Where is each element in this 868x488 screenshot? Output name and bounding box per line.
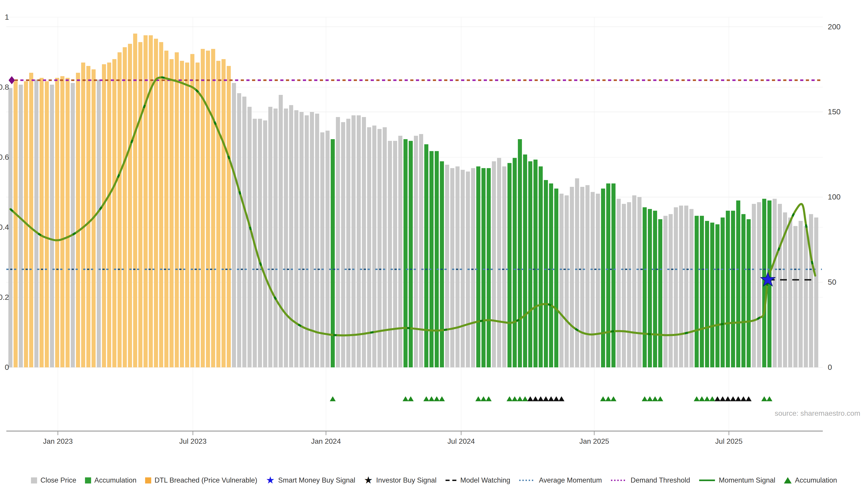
close-price-bar[interactable] — [679, 205, 683, 367]
accumulation-bar[interactable] — [544, 180, 548, 367]
close-price-bar[interactable] — [242, 97, 246, 367]
accumulation-bar[interactable] — [435, 151, 439, 367]
close-price-bar[interactable] — [336, 117, 340, 367]
accumulation-bar[interactable] — [715, 224, 719, 367]
close-price-bar[interactable] — [367, 127, 371, 367]
accumulation-bar[interactable] — [606, 184, 610, 367]
legend-item-momentum-signal[interactable]: Momentum Signal — [699, 476, 775, 484]
accumulation-triangle-marker[interactable] — [408, 396, 414, 401]
close-price-bar[interactable] — [461, 170, 465, 367]
accumulation-triangle-marker[interactable] — [657, 396, 663, 401]
close-price-bar[interactable] — [492, 161, 496, 367]
accumulation-triangle-marker[interactable] — [434, 396, 440, 401]
accumulation-bar[interactable] — [648, 209, 652, 367]
accumulation-bar[interactable] — [601, 189, 605, 367]
close-price-bar[interactable] — [294, 110, 298, 367]
dtl-breached-bar[interactable] — [180, 61, 184, 367]
close-price-bar[interactable] — [580, 187, 584, 367]
accumulation-triangle-marker[interactable] — [330, 396, 336, 401]
accumulation-triangle-marker[interactable] — [522, 396, 528, 401]
close-price-bar[interactable] — [570, 187, 574, 367]
close-price-bar[interactable] — [809, 214, 813, 367]
close-price-bar[interactable] — [450, 168, 454, 367]
dtl-breached-bar[interactable] — [144, 35, 148, 367]
accumulation-bar[interactable] — [549, 184, 553, 367]
accumulation-bar[interactable] — [331, 139, 335, 367]
close-price-bar[interactable] — [341, 122, 345, 367]
close-price-bar[interactable] — [310, 112, 314, 367]
close-price-bar[interactable] — [596, 194, 600, 367]
dtl-breached-bar[interactable] — [81, 63, 85, 367]
accumulation-triangle-marker[interactable] — [605, 396, 611, 401]
investor-buy-triangle-marker[interactable] — [715, 396, 720, 401]
close-price-bar[interactable] — [351, 115, 355, 367]
accumulation-triangle-marker[interactable] — [512, 396, 518, 401]
close-price-bar[interactable] — [638, 197, 642, 367]
close-price-bar[interactable] — [279, 95, 283, 367]
accumulation-triangle-marker[interactable] — [709, 396, 715, 401]
dtl-breached-bar[interactable] — [107, 63, 111, 367]
close-price-bar[interactable] — [663, 216, 668, 367]
accumulation-bar[interactable] — [747, 219, 751, 367]
accumulation-bar[interactable] — [440, 161, 444, 367]
dtl-breached-bar[interactable] — [138, 42, 143, 367]
dtl-breached-bar[interactable] — [13, 81, 18, 367]
accumulation-triangle-marker[interactable] — [429, 396, 434, 401]
accumulation-triangle-marker[interactable] — [439, 396, 445, 401]
dtl-breached-bar[interactable] — [128, 44, 132, 367]
accumulation-bar[interactable] — [507, 163, 512, 367]
close-price-bar[interactable] — [258, 119, 262, 367]
investor-buy-triangle-marker[interactable] — [725, 396, 731, 401]
dtl-breached-bar[interactable] — [185, 63, 189, 367]
accumulation-bar[interactable] — [710, 223, 714, 367]
close-price-bar[interactable] — [788, 218, 792, 367]
accumulation-bar[interactable] — [513, 158, 517, 367]
close-price-bar[interactable] — [289, 105, 293, 367]
dtl-breached-bar[interactable] — [86, 66, 90, 367]
legend-item-close-price[interactable]: Close Price — [31, 476, 76, 484]
dtl-breached-bar[interactable] — [227, 66, 231, 367]
accumulation-bar[interactable] — [741, 214, 745, 367]
close-price-bar[interactable] — [268, 107, 272, 367]
accumulation-bar[interactable] — [705, 221, 709, 367]
close-price-bar[interactable] — [502, 166, 506, 367]
legend-item-model-watching[interactable]: Model Watching — [445, 476, 510, 484]
accumulation-bar[interactable] — [694, 216, 699, 367]
close-price-bar[interactable] — [419, 134, 423, 367]
accumulation-bar[interactable] — [518, 139, 522, 367]
accumulation-triangle-marker[interactable] — [642, 396, 648, 401]
close-price-bar[interactable] — [388, 141, 392, 367]
investor-buy-triangle-marker[interactable] — [730, 396, 736, 401]
dtl-breached-bar[interactable] — [175, 53, 179, 367]
accumulation-bar[interactable] — [721, 218, 725, 367]
accumulation-bar[interactable] — [726, 211, 730, 367]
dtl-breached-bar[interactable] — [216, 61, 220, 367]
accumulation-bar[interactable] — [643, 207, 647, 367]
investor-buy-triangle-marker[interactable] — [548, 396, 554, 401]
close-price-bar[interactable] — [804, 226, 808, 367]
accumulation-bar[interactable] — [409, 141, 413, 367]
dtl-breached-bar[interactable] — [221, 59, 225, 367]
dtl-breached-bar[interactable] — [154, 39, 158, 367]
dtl-breached-bar[interactable] — [112, 59, 116, 367]
dtl-breached-bar[interactable] — [102, 64, 106, 367]
accumulation-triangle-marker[interactable] — [600, 396, 606, 401]
legend-item-demand-threshold[interactable]: Demand Threshold — [611, 476, 690, 484]
investor-buy-triangle-marker[interactable] — [735, 396, 741, 401]
accumulation-bar[interactable] — [539, 166, 543, 367]
close-price-bar[interactable] — [248, 107, 252, 367]
legend-item-investor-buy-signal[interactable]: ★Investor Buy Signal — [364, 476, 437, 484]
accumulation-bar[interactable] — [658, 219, 662, 367]
accumulation-bar[interactable] — [554, 189, 558, 367]
accumulation-triangle-marker[interactable] — [480, 396, 487, 401]
close-price-bar[interactable] — [799, 221, 803, 367]
dtl-breached-bar[interactable] — [164, 51, 168, 367]
dtl-breached-bar[interactable] — [211, 49, 215, 367]
accumulation-triangle-marker[interactable] — [423, 396, 429, 401]
dtl-breached-bar[interactable] — [60, 76, 64, 367]
investor-buy-triangle-marker[interactable] — [532, 396, 538, 401]
close-price-bar[interactable] — [19, 85, 23, 367]
investor-buy-triangle-marker[interactable] — [720, 396, 725, 401]
dtl-breached-bar[interactable] — [206, 51, 210, 367]
close-price-bar[interactable] — [627, 202, 631, 367]
